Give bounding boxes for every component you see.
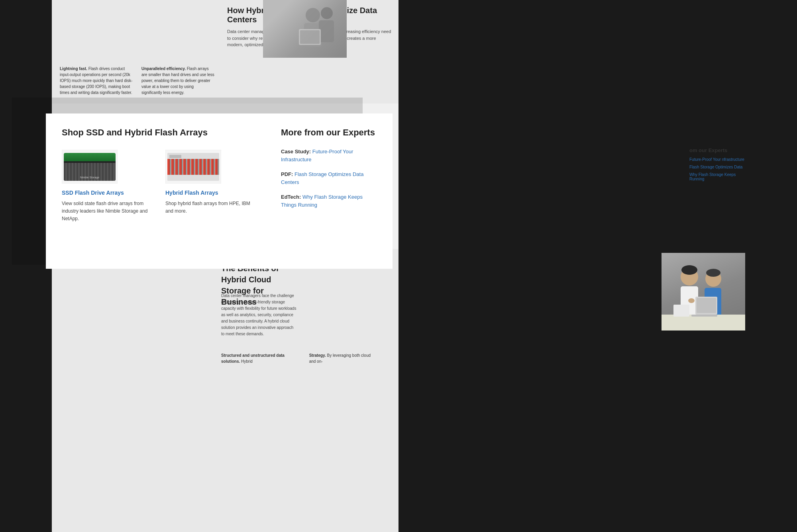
svg-point-2 [321,7,333,19]
hybrid-array-visual [167,153,219,181]
ssd-product-desc: View solid state flash drive arrays from… [62,200,153,223]
bottom-stat1-label: Structured and unstructured data solutio… [221,353,285,364]
bottom-benefit-stats: Structured and unstructured data solutio… [221,352,373,364]
product-card-hybrid: Hybrid Flash Arrays Shop hybrid flash ar… [165,150,257,223]
hybrid-product-desc: Shop hybrid flash arrays from HPE, IBM a… [165,200,257,215]
bottom-stat1-text: Hybrid [241,359,253,364]
ssd-array-visual [64,153,116,181]
svg-rect-3 [319,20,334,42]
products-row: SSD Flash Drive Arrays View solid state … [62,150,257,223]
modal-right-column: More from our Experts Case Study: Future… [281,127,377,253]
modal-title: Shop SSD and Hybrid Flash Arrays [62,127,257,138]
product-image-ssd [62,150,118,184]
svg-rect-16 [673,305,689,317]
bottom-body-text: Data center managers face the challenge … [221,293,296,336]
svg-rect-12 [662,315,745,331]
stat2-label: Unparalleled efficiency. [141,66,186,71]
expert-link3-prefix: EdTech: [281,194,301,200]
people-image [263,0,347,58]
modal-left-column: Shop SSD and Hybrid Flash Arrays SSD Fla… [62,127,257,253]
modal-overlay: Shop SSD and Hybrid Flash Arrays SSD Fla… [0,92,797,291]
bottom-stat1: Structured and unstructured data solutio… [221,352,301,364]
expert-link3: EdTech: Why Flash Storage Keeps Things R… [281,193,377,209]
svg-point-0 [306,8,320,22]
svg-rect-5 [300,30,320,44]
bottom-stat2-label: Strategy. [309,353,326,358]
product-card-ssd: SSD Flash Drive Arrays View solid state … [62,150,153,223]
expert-link1-prefix: Case Study: [281,149,311,155]
people-svg [269,1,341,57]
hybrid-product-link[interactable]: Hybrid Flash Arrays [165,190,257,196]
stat1-label: Lightning fast. [60,66,87,71]
svg-rect-15 [691,315,717,317]
svg-rect-14 [697,298,716,313]
product-image-hybrid [165,150,221,184]
modal-right-title: More from our Experts [281,127,377,138]
bg-stat1: Lightning fast. Flash drives conduct inp… [60,66,133,96]
bottom-stat2: Strategy. By leveraging both cloud and o… [309,352,373,364]
svg-point-17 [688,298,695,303]
expert-link1: Case Study: Future-Proof Your Infrastruc… [281,148,377,163]
bottom-benefit-body: Data center managers face the challenge … [221,293,297,337]
modal: Shop SSD and Hybrid Flash Arrays SSD Fla… [46,113,393,269]
expert-link2-text[interactable]: Flash Storage Optimizes Data Centers [281,171,363,185]
bg-stat2: Unparalleled efficiency. Flash arrays ar… [141,66,215,96]
ssd-product-link[interactable]: SSD Flash Drive Arrays [62,190,153,196]
expert-link2-prefix: PDF: [281,171,293,177]
expert-link2: PDF: Flash Storage Optimizes Data Center… [281,170,377,186]
